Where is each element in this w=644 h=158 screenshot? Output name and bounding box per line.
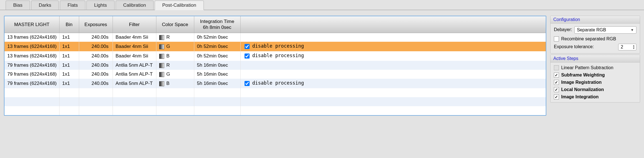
cell-options — [240, 70, 546, 79]
tab-darks[interactable]: Darks — [31, 1, 59, 10]
step-checkbox[interactable]: ✓ — [554, 73, 559, 78]
cell-frames: 79 frames (6224x4168) — [4, 70, 59, 79]
cell-bin: 1x1 — [59, 79, 79, 88]
step-checkbox[interactable]: ✓ — [554, 80, 559, 85]
cell-color-space: R — [156, 61, 194, 70]
table-row[interactable]: 13 frames (6224x4168)1x1240.00sBaader 4n… — [4, 51, 546, 61]
exposure-tolerance-label: Exposure tolerance: — [554, 44, 594, 49]
recombine-rgb-checkbox[interactable] — [554, 36, 559, 41]
tab-flats[interactable]: Flats — [60, 1, 85, 10]
configuration-title: Configuration — [551, 16, 640, 24]
col-exposures[interactable]: Exposures — [79, 16, 113, 33]
debayer-select[interactable]: Separate RGB ▼ — [574, 26, 636, 34]
cell-bin: 1x1 — [59, 51, 79, 61]
step-checkbox[interactable]: ✓ — [554, 94, 559, 99]
step-label: Image Integration — [561, 94, 599, 99]
cell-integration: 5h 16min 0sec — [194, 79, 240, 88]
cell-bin: 1x1 — [59, 70, 79, 79]
cell-frames: 79 frames (6224x4168) — [4, 79, 59, 88]
step-label: Subframe Weighting — [561, 73, 605, 78]
col-master-light[interactable]: MASTER LIGHT — [4, 16, 59, 33]
disable-processing-label: disable processing — [252, 80, 304, 86]
exposure-tolerance-stepper[interactable]: 2 ▲ ▼ — [618, 44, 636, 50]
cell-exposure: 240.00s — [79, 61, 113, 70]
cell-color-space: B — [156, 51, 194, 61]
cell-bin: 1x1 — [59, 61, 79, 70]
side-panels: Configuration Debayer: Separate RGB ▼ Re… — [550, 16, 640, 116]
cell-options — [240, 33, 546, 42]
tab-post-calibration[interactable]: Post-Calibration — [155, 1, 204, 10]
step-linear-pattern-subtraction: Linear Pattern Subtraction — [554, 65, 636, 70]
table-row[interactable]: 13 frames (6224x4168)1x1240.00sBaader 4n… — [4, 42, 546, 51]
col-extra[interactable] — [240, 16, 546, 33]
grayscale-swatch-icon — [159, 54, 164, 59]
master-light-table: MASTER LIGHT Bin Exposures Filter Color … — [4, 16, 546, 116]
cell-filter: Antlia 5nm ALP-T — [113, 79, 156, 88]
stepper-down-icon[interactable]: ▼ — [632, 47, 635, 50]
cell-integration: 5h 16min 0sec — [194, 70, 240, 79]
table-row-empty — [4, 97, 546, 106]
cell-bin: 1x1 — [59, 33, 79, 42]
step-label: Local Normalization — [561, 87, 604, 92]
step-image-integration: ✓Image Integration — [554, 94, 636, 99]
cell-filter: Antlia 5nm ALP-T — [113, 61, 156, 70]
cell-exposure: 240.00s — [79, 33, 113, 42]
cell-exposure: 240.00s — [79, 79, 113, 88]
table-row-empty — [4, 88, 546, 97]
cell-frames: 13 frames (6224x4168) — [4, 33, 59, 42]
active-steps-title: Active Steps — [551, 55, 640, 62]
tab-bias[interactable]: Bias — [6, 1, 30, 10]
grayscale-swatch-icon — [159, 44, 164, 49]
cell-integration: 0h 52min 0sec — [194, 51, 240, 61]
cell-color-space: B — [156, 79, 194, 88]
cell-color-space: G — [156, 42, 194, 51]
cell-filter: Baader 4nm Sii — [113, 33, 156, 42]
disable-processing-checkbox[interactable] — [245, 81, 250, 86]
grayscale-swatch-icon — [159, 35, 164, 40]
cell-options: disable processing — [240, 51, 546, 61]
cell-exposure: 240.00s — [79, 70, 113, 79]
table-row[interactable]: 79 frames (6224x4168)1x1240.00sAntlia 5n… — [4, 70, 546, 79]
table-row[interactable]: 13 frames (6224x4168)1x1240.00sBaader 4n… — [4, 33, 546, 42]
step-image-registration: ✓Image Registration — [554, 80, 636, 85]
tab-strip: BiasDarksFlatsLightsCalibrationPost-Cali… — [0, 0, 644, 10]
grayscale-swatch-icon — [159, 72, 164, 77]
cell-color-space: G — [156, 70, 194, 79]
cell-bin: 1x1 — [59, 42, 79, 51]
cell-frames: 13 frames (6224x4168) — [4, 42, 59, 51]
cell-integration: 0h 52min 0sec — [194, 33, 240, 42]
debayer-label: Debayer: — [554, 27, 572, 32]
col-bin[interactable]: Bin — [59, 16, 79, 33]
cell-filter: Antlia 5nm ALP-T — [113, 70, 156, 79]
cell-options: disable processing — [240, 42, 546, 51]
cell-options — [240, 61, 546, 70]
tab-lights[interactable]: Lights — [86, 1, 114, 10]
tab-calibration[interactable]: Calibration — [116, 1, 154, 10]
cell-frames: 13 frames (6224x4168) — [4, 51, 59, 61]
disable-processing-checkbox[interactable] — [245, 54, 250, 59]
disable-processing-checkbox[interactable] — [245, 44, 250, 49]
disable-processing-label: disable processing — [252, 43, 304, 49]
table-row[interactable]: 79 frames (6224x4168)1x1240.00sAntlia 5n… — [4, 79, 546, 88]
workspace: MASTER LIGHT Bin Exposures Filter Color … — [0, 10, 644, 120]
step-checkbox — [554, 65, 559, 70]
table-row[interactable]: 79 frames (6224x4168)1x1240.00sAntlia 5n… — [4, 61, 546, 70]
cell-integration: 0h 52min 0sec — [194, 42, 240, 51]
configuration-panel: Configuration Debayer: Separate RGB ▼ Re… — [550, 16, 640, 54]
cell-color-space: R — [156, 33, 194, 42]
recombine-rgb-label: Recombine separated RGB — [561, 36, 616, 41]
col-integration[interactable]: Integration Time6h 8min 0sec — [194, 16, 240, 33]
cell-options: disable processing — [240, 79, 546, 88]
step-subframe-weighting: ✓Subframe Weighting — [554, 73, 636, 78]
cell-filter: Baader 4nm Sii — [113, 51, 156, 61]
cell-exposure: 240.00s — [79, 51, 113, 61]
step-label: Image Registration — [561, 80, 602, 85]
step-checkbox[interactable]: ✓ — [554, 87, 559, 92]
col-filter[interactable]: Filter — [113, 16, 156, 33]
cell-filter: Baader 4nm Sii — [113, 42, 156, 51]
cell-integration: 5h 16min 0sec — [194, 61, 240, 70]
col-color-space[interactable]: Color Space — [156, 16, 194, 33]
step-label: Linear Pattern Subtraction — [561, 65, 613, 70]
chevron-down-icon: ▼ — [631, 28, 634, 32]
cell-frames: 79 frames (6224x4168) — [4, 61, 59, 70]
